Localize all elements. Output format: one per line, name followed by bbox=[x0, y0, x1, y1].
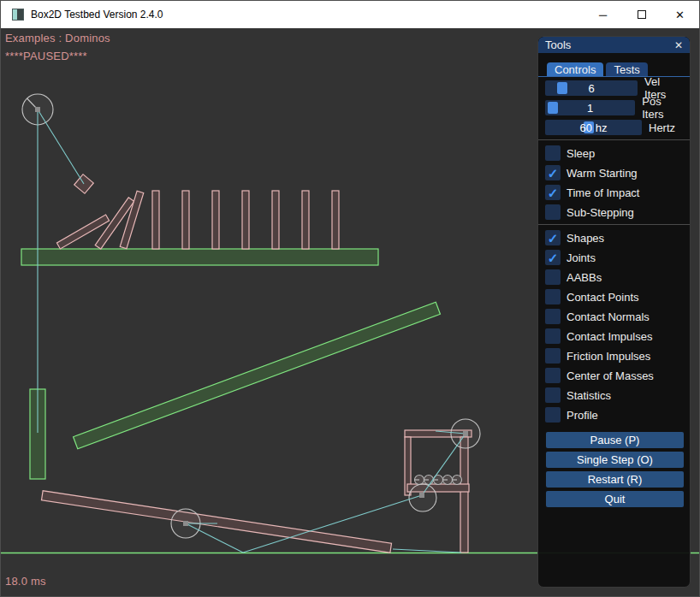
tools-panel-close-icon[interactable]: ✕ bbox=[674, 39, 683, 51]
joint-lines bbox=[38, 109, 466, 553]
os-titlebar: Box2D Testbed Version 2.4.0 ─ ✕ bbox=[1, 1, 699, 28]
maximize-button[interactable] bbox=[622, 1, 661, 28]
checkbox-row-warm-starting: ✓Warm Starting bbox=[545, 165, 683, 180]
pos-iters-value: 1 bbox=[587, 102, 593, 115]
checkbox-row-center-of-masses: Center of Masses bbox=[545, 368, 683, 383]
checkbox-label-contact-impulses: Contact Impulses bbox=[567, 330, 652, 343]
restart-button[interactable]: Restart (R) bbox=[546, 471, 684, 488]
example-name-label: Examples : Dominos bbox=[5, 32, 110, 44]
separator bbox=[538, 139, 690, 140]
checkbox-aabbs[interactable] bbox=[545, 269, 561, 285]
checkbox-label-contact-points: Contact Points bbox=[567, 291, 639, 304]
checkbox-row-time-of-impact: ✓Time of Impact bbox=[545, 185, 683, 200]
checkbox-contact-normals[interactable] bbox=[545, 309, 561, 324]
app-window: Box2D Testbed Version 2.4.0 ─ ✕ Examples… bbox=[0, 0, 700, 597]
checkbox-label-friction-impulses: Friction Impulses bbox=[567, 350, 650, 363]
checkbox-label-statistics: Statistics bbox=[567, 389, 611, 402]
pos-iters-label: Pos Iters bbox=[642, 95, 683, 121]
checkbox-label-sleep: Sleep bbox=[567, 147, 595, 160]
pause-button[interactable]: Pause (P) bbox=[546, 432, 684, 448]
separator bbox=[538, 224, 690, 225]
checkbox-profile[interactable] bbox=[545, 407, 561, 423]
checkbox-label-aabbs: AABBs bbox=[567, 271, 602, 284]
checkbox-time-of-impact[interactable]: ✓ bbox=[545, 185, 561, 200]
hertz-slider[interactable]: 60 hz bbox=[545, 120, 642, 135]
dominos bbox=[56, 191, 339, 249]
checkbox-statistics[interactable] bbox=[545, 387, 561, 403]
pos-iters-slider[interactable]: 1 bbox=[545, 100, 635, 115]
checkbox-label-profile: Profile bbox=[567, 409, 598, 422]
checkbox-sub-stepping[interactable] bbox=[545, 204, 561, 220]
newton-balls bbox=[415, 476, 462, 485]
simulation-checkbox-group: Sleep✓Warm Starting✓Time of ImpactSub-St… bbox=[545, 145, 683, 220]
checkbox-label-shapes: Shapes bbox=[567, 232, 604, 245]
checkbox-row-contact-points: Contact Points bbox=[545, 289, 683, 304]
vel-iters-slider-grab[interactable] bbox=[557, 82, 567, 94]
minimize-button[interactable]: ─ bbox=[584, 1, 622, 28]
tools-panel-title: Tools bbox=[545, 38, 571, 51]
checkbox-joints[interactable]: ✓ bbox=[545, 250, 561, 265]
checkbox-contact-points[interactable] bbox=[545, 289, 561, 304]
vel-iters-row: 6 Vel Iters bbox=[545, 80, 683, 96]
checkbox-row-contact-impulses: Contact Impulses bbox=[545, 328, 683, 344]
tabbar: Controls Tests bbox=[538, 62, 690, 76]
tab-controls[interactable]: Controls bbox=[547, 62, 603, 76]
pos-iters-slider-grab[interactable] bbox=[548, 102, 558, 114]
checkbox-row-aabbs: AABBs bbox=[545, 269, 683, 285]
checkbox-row-statistics: Statistics bbox=[545, 387, 683, 403]
checkbox-label-time-of-impact: Time of Impact bbox=[567, 186, 639, 199]
ramp bbox=[74, 302, 441, 449]
frame-time-label: 18.0 ms bbox=[5, 575, 46, 588]
hertz-label: Hertz bbox=[649, 121, 675, 134]
checkbox-sleep[interactable] bbox=[545, 145, 561, 161]
close-button[interactable]: ✕ bbox=[661, 1, 699, 28]
hertz-value: 60 hz bbox=[580, 121, 608, 134]
tools-panel: Tools ✕ Controls Tests 6 Vel Iters 1 Pos bbox=[537, 36, 691, 588]
minimize-icon: ─ bbox=[599, 9, 607, 21]
checkbox-shapes[interactable]: ✓ bbox=[545, 230, 561, 245]
checkbox-row-friction-impulses: Friction Impulses bbox=[545, 348, 683, 364]
domino-platform bbox=[21, 249, 378, 265]
close-icon: ✕ bbox=[675, 9, 685, 21]
single-step-button[interactable]: Single Step (O) bbox=[546, 452, 684, 468]
checkbox-warm-starting[interactable]: ✓ bbox=[545, 165, 561, 180]
tab-tests[interactable]: Tests bbox=[606, 62, 647, 76]
paused-label: ****PAUSED**** bbox=[5, 50, 87, 62]
display-checkbox-group: ✓Shapes✓JointsAABBsContact PointsContact… bbox=[545, 230, 683, 423]
window-title: Box2D Testbed Version 2.4.0 bbox=[31, 9, 163, 21]
maximize-icon bbox=[638, 10, 646, 19]
checkbox-contact-impulses[interactable] bbox=[545, 328, 561, 344]
pos-iters-row: 1 Pos Iters bbox=[545, 100, 683, 115]
checkbox-row-joints: ✓Joints bbox=[545, 250, 683, 265]
tools-panel-titlebar[interactable]: Tools ✕ bbox=[538, 37, 690, 53]
checkbox-row-sleep: Sleep bbox=[545, 145, 683, 161]
hertz-row: 60 hz Hertz bbox=[545, 120, 683, 135]
checkbox-row-profile: Profile bbox=[545, 407, 683, 423]
checkbox-label-center-of-masses: Center of Masses bbox=[567, 369, 654, 382]
checkbox-label-warm-starting: Warm Starting bbox=[567, 167, 638, 180]
vel-iters-value: 6 bbox=[588, 82, 594, 95]
checkbox-label-sub-stepping: Sub-Stepping bbox=[567, 206, 634, 219]
checkbox-row-sub-stepping: Sub-Stepping bbox=[545, 204, 683, 220]
checkbox-row-contact-normals: Contact Normals bbox=[545, 309, 683, 324]
quit-button[interactable]: Quit bbox=[546, 491, 684, 507]
vel-iters-slider[interactable]: 6 bbox=[545, 80, 638, 96]
checkbox-center-of-masses[interactable] bbox=[545, 368, 561, 383]
checkbox-friction-impulses[interactable] bbox=[545, 348, 561, 364]
checkbox-row-shapes: ✓Shapes bbox=[545, 230, 683, 245]
checkbox-label-contact-normals: Contact Normals bbox=[567, 310, 650, 323]
app-icon bbox=[12, 9, 24, 21]
checkbox-label-joints: Joints bbox=[567, 251, 596, 264]
